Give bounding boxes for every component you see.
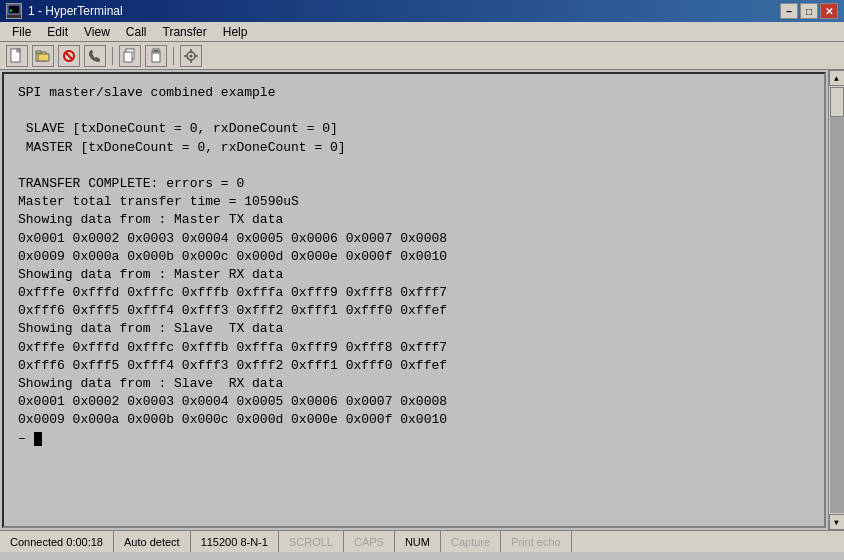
menu-bar: File Edit View Call Transfer Help	[0, 22, 844, 42]
svg-rect-13	[154, 50, 158, 52]
window-title: 1 - HyperTerminal	[28, 4, 123, 18]
open-button[interactable]	[32, 45, 54, 67]
status-print-echo: Print echo	[501, 531, 572, 552]
status-caps: CAPS	[344, 531, 395, 552]
toolbar	[0, 42, 844, 70]
new-button[interactable]	[6, 45, 28, 67]
status-connected: Connected 0:00:18	[0, 531, 114, 552]
svg-rect-10	[124, 52, 132, 62]
call-button[interactable]	[84, 45, 106, 67]
menu-help[interactable]: Help	[215, 23, 256, 41]
menu-file[interactable]: File	[4, 23, 39, 41]
status-scroll: SCROLL	[279, 531, 344, 552]
copy-button[interactable]	[119, 45, 141, 67]
menu-call[interactable]: Call	[118, 23, 155, 41]
minimize-button[interactable]: –	[780, 3, 798, 19]
svg-text:▶_: ▶_	[10, 7, 17, 14]
title-bar-buttons: – □ ✕	[780, 3, 838, 19]
terminal-output[interactable]: SPI master/slave combined example SLAVE …	[2, 72, 826, 528]
svg-rect-5	[36, 51, 41, 53]
toolbar-sep-1	[112, 47, 113, 65]
status-num: NUM	[395, 531, 441, 552]
scrollbar[interactable]: ▲ ▼	[828, 70, 844, 530]
properties-button[interactable]	[180, 45, 202, 67]
scroll-down-button[interactable]: ▼	[829, 514, 845, 530]
title-bar: ▶_ 1 - HyperTerminal – □ ✕	[0, 0, 844, 22]
menu-transfer[interactable]: Transfer	[155, 23, 215, 41]
svg-point-15	[190, 54, 193, 57]
status-capture: Capture	[441, 531, 501, 552]
svg-line-8	[66, 53, 72, 59]
title-bar-left: ▶_ 1 - HyperTerminal	[6, 3, 123, 19]
app-icon: ▶_	[6, 3, 22, 19]
menu-view[interactable]: View	[76, 23, 118, 41]
scroll-up-button[interactable]: ▲	[829, 70, 845, 86]
close-button[interactable]: ✕	[820, 3, 838, 19]
status-auto-detect: Auto detect	[114, 531, 191, 552]
paste-button[interactable]	[145, 45, 167, 67]
svg-rect-6	[38, 54, 49, 61]
toolbar-sep-2	[173, 47, 174, 65]
terminal-container: SPI master/slave combined example SLAVE …	[0, 70, 844, 530]
status-bar: Connected 0:00:18 Auto detect 115200 8-N…	[0, 530, 844, 552]
disconnect-button[interactable]	[58, 45, 80, 67]
scroll-track[interactable]	[830, 87, 844, 513]
scroll-thumb[interactable]	[830, 87, 844, 117]
status-baud: 115200 8-N-1	[191, 531, 279, 552]
maximize-button[interactable]: □	[800, 3, 818, 19]
menu-edit[interactable]: Edit	[39, 23, 76, 41]
